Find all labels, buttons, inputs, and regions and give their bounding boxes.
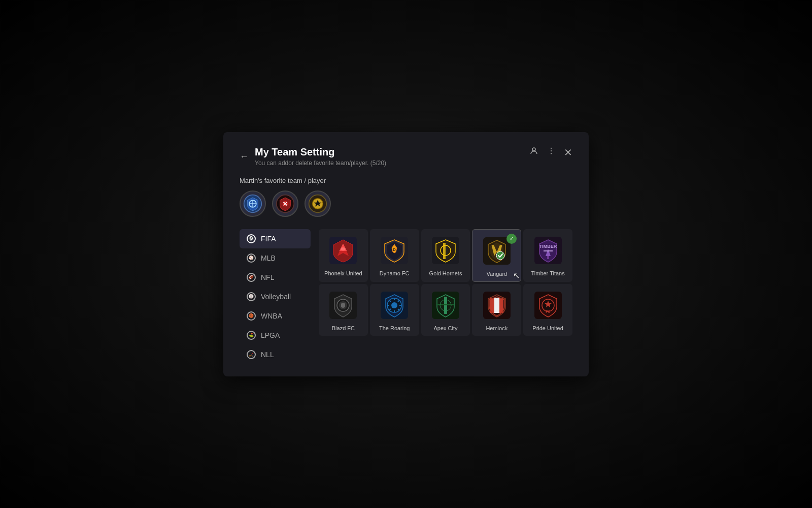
- team-logo-apex-city: [430, 290, 461, 321]
- team-name-phoneix-united: Phoneix United: [324, 270, 362, 277]
- team-card-gold-hornets[interactable]: Gold Hornets: [421, 229, 470, 282]
- team-card-hemlock[interactable]: Hemlock: [472, 284, 521, 336]
- volleyball-icon: 🏐: [247, 292, 256, 301]
- wnba-icon: 🏀: [247, 311, 256, 321]
- svg-point-0: [532, 148, 535, 151]
- close-button[interactable]: ✕: [564, 146, 572, 158]
- team-logo-pride-united: FC: [533, 290, 563, 321]
- team-name-pride-united: Pride United: [532, 325, 563, 332]
- favorite-team-1[interactable]: [240, 190, 266, 217]
- favorites-row: [240, 190, 572, 217]
- sports-sidebar: ⚽ FIFA ⚾ MLB 🏈 NFL 🏐 Volleyball 🏀 WNBA ⛳: [240, 229, 311, 364]
- title-text-area: My Team Setting You can addor delete fav…: [255, 146, 386, 167]
- lpga-icon: ⛳: [247, 331, 256, 340]
- nfl-icon: 🏈: [247, 273, 256, 282]
- team-card-timber-titans[interactable]: TIMBER Timber Titans: [523, 229, 572, 282]
- team-logo-dynamo-fc: D: [379, 235, 410, 266]
- dialog-subtitle: You can addor delete favorite team/playe…: [255, 160, 386, 167]
- team-name-vangard: Vangard: [486, 270, 507, 277]
- team-logo-hemlock: [482, 290, 512, 321]
- user-icon[interactable]: [529, 146, 538, 158]
- team-name-apex-city: Apex City: [433, 325, 457, 332]
- selected-check-vangard: ✓: [506, 234, 517, 244]
- svg-point-24: [496, 251, 504, 260]
- sidebar-label-volleyball: Volleyball: [261, 293, 291, 301]
- team-name-blazd-fc: Blazd FC: [332, 325, 355, 332]
- sidebar-item-volleyball[interactable]: 🏐 Volleyball: [240, 287, 311, 306]
- svg-rect-28: [547, 256, 549, 259]
- team-logo-the-roaring: [379, 290, 410, 321]
- favorite-team-2[interactable]: [272, 190, 298, 217]
- sidebar-item-lpga[interactable]: ⛳ LPGA: [240, 326, 311, 345]
- team-card-phoneix-united[interactable]: Phoneix United: [319, 229, 368, 282]
- team-logo-timber-titans: TIMBER: [533, 235, 563, 266]
- sidebar-label-wnba: WNBA: [261, 312, 282, 320]
- section-label: Martin's favorite team / player: [240, 177, 572, 184]
- svg-point-3: [551, 153, 552, 154]
- content-area: ⚽ FIFA ⚾ MLB 🏈 NFL 🏐 Volleyball 🏀 WNBA ⛳: [240, 229, 572, 364]
- team-card-the-roaring[interactable]: The Roaring: [370, 284, 419, 336]
- dialog-actions: ✕: [529, 146, 572, 158]
- svg-point-1: [551, 148, 552, 149]
- svg-text:FC: FC: [546, 310, 550, 313]
- mlb-icon: ⚾: [247, 253, 256, 263]
- dialog-header: ← My Team Setting You can addor delete f…: [240, 146, 572, 167]
- nll-icon: 🏒: [247, 350, 256, 359]
- fifa-icon: ⚽: [247, 234, 256, 243]
- sidebar-item-nfl[interactable]: 🏈 NFL: [240, 268, 311, 287]
- back-button[interactable]: ←: [240, 151, 249, 162]
- svg-point-2: [551, 150, 552, 151]
- svg-rect-46: [437, 304, 454, 305]
- sidebar-item-nll[interactable]: 🏒 NLL: [240, 345, 311, 364]
- favorite-team-3[interactable]: [304, 190, 331, 217]
- team-card-vangard[interactable]: ✓ Vangard: [472, 229, 521, 282]
- team-card-pride-united[interactable]: FC Pride United: [523, 284, 572, 336]
- my-team-setting-dialog: ← My Team Setting You can addor delete f…: [223, 132, 589, 376]
- sidebar-item-fifa[interactable]: ⚽ FIFA: [240, 229, 311, 248]
- sidebar-item-wnba[interactable]: 🏀 WNBA: [240, 306, 311, 326]
- team-name-the-roaring: The Roaring: [379, 325, 410, 332]
- svg-text:TIMBER: TIMBER: [539, 244, 557, 249]
- svg-rect-50: [494, 298, 499, 313]
- team-logo-gold-hornets: [430, 235, 461, 266]
- team-logo-phoneix-united: [328, 235, 358, 266]
- teams-grid: Phoneix United D Dynamo F: [319, 229, 572, 336]
- team-name-dynamo-fc: Dynamo FC: [380, 270, 410, 277]
- svg-text:D: D: [393, 247, 396, 252]
- dialog-title: My Team Setting: [255, 146, 386, 158]
- more-options-icon[interactable]: [547, 146, 556, 158]
- team-name-hemlock: Hemlock: [486, 325, 507, 332]
- team-card-blazd-fc[interactable]: Blazd FC: [319, 284, 368, 336]
- sidebar-label-nfl: NFL: [261, 273, 274, 281]
- svg-point-35: [391, 302, 397, 308]
- mouse-cursor: ↖: [513, 271, 520, 280]
- team-card-apex-city[interactable]: Apex City: [421, 284, 470, 336]
- sidebar-item-mlb[interactable]: ⚾ MLB: [240, 248, 311, 268]
- sidebar-label-fifa: FIFA: [261, 235, 276, 243]
- team-logo-blazd-fc: [328, 290, 358, 321]
- title-area: ← My Team Setting You can addor delete f…: [240, 146, 386, 167]
- sidebar-label-mlb: MLB: [261, 254, 276, 262]
- team-card-dynamo-fc[interactable]: D Dynamo FC: [370, 229, 419, 282]
- sidebar-label-nll: NLL: [261, 351, 274, 359]
- svg-point-14: [341, 247, 346, 250]
- team-name-timber-titans: Timber Titans: [531, 270, 564, 277]
- team-name-gold-hornets: Gold Hornets: [429, 270, 462, 277]
- sidebar-label-lpga: LPGA: [261, 331, 280, 339]
- teams-grid-area: Phoneix United D Dynamo F: [311, 229, 572, 364]
